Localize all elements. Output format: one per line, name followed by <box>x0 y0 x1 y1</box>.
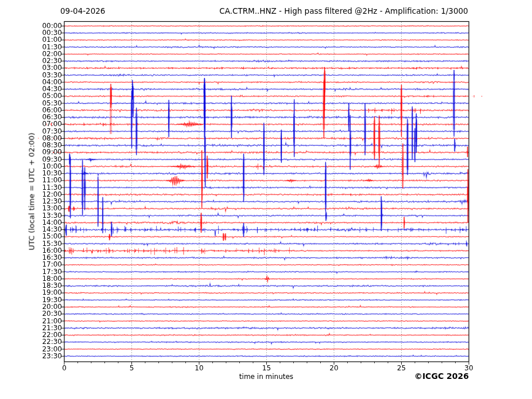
x-tick-label: 0 <box>55 365 74 372</box>
x-tick-label: 10 <box>189 365 209 372</box>
x-tick-label: 5 <box>122 365 142 372</box>
x-tick-label: 15 <box>257 365 277 372</box>
helicorder-page: 09-04-2026 CA.CTRM..HNZ - High pass filt… <box>0 0 532 399</box>
x-tick-label: 20 <box>324 365 344 372</box>
copyright-label: ©ICGC 2026 <box>414 371 469 381</box>
y-tick-label: 23:30 <box>34 353 62 360</box>
date-label: 09-04-2026 <box>60 6 105 15</box>
helicorder-canvas <box>0 0 532 399</box>
x-axis-label: time in minutes <box>239 373 293 381</box>
x-tick-label: 25 <box>392 365 411 372</box>
plot-title: CA.CTRM..HNZ - High pass filtered @2Hz -… <box>219 6 468 15</box>
